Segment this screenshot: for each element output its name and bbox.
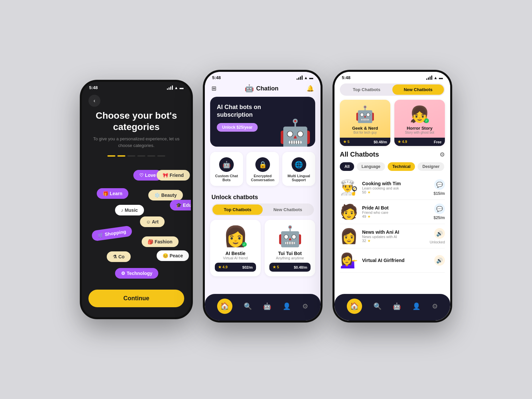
featured-geek-nerd[interactable]: 🤖 Geek & Nerd Bot for tech guy ★ 5 $0.48…: [340, 100, 390, 146]
cooking-count: 50: [362, 190, 366, 194]
pride-star: ★: [367, 214, 371, 219]
chatbot-tui-tui[interactable]: 🤖 Tui Tui Bot Anything anytime ★ 5 $0.48…: [265, 220, 315, 276]
news-avatar: 👩: [340, 227, 358, 245]
cooking-chat-icon: 💬: [434, 179, 445, 190]
app-name: Chation: [256, 85, 279, 92]
dot-1: [107, 155, 115, 157]
horror-avatar: 👧 ✓: [410, 105, 430, 124]
hero-banner: AI Chat bots on subscription Unlock $25/…: [210, 97, 315, 147]
nav-bots-2[interactable]: 🤖: [263, 302, 271, 310]
time-2: 5:48: [212, 75, 221, 80]
bot-item-girlfriend[interactable]: 💁‍♀️ Virtual AI Girlfriend 🔊: [340, 248, 445, 273]
phone-3: 5:48 ▲ ▬ Top Chatbots New Chatbots: [332, 70, 452, 323]
geek-nerd-price: $0.48/m: [374, 140, 387, 144]
horror-desc: Story with ghost bot: [405, 131, 434, 134]
filter-icon[interactable]: ⚙: [440, 151, 445, 158]
p3-tab-top[interactable]: Top Chatbots: [341, 84, 392, 95]
cat-friend[interactable]: 🎀 Friend: [157, 170, 190, 181]
nav-profile-3[interactable]: 👤: [412, 302, 421, 310]
cat-co[interactable]: ⚗ Co: [107, 251, 131, 262]
nav-search-2[interactable]: 🔍: [244, 302, 252, 310]
cat-art[interactable]: ☺ Art: [140, 216, 165, 227]
cat-learn[interactable]: 🎁 Learn: [97, 188, 128, 199]
nav-settings-2[interactable]: ⚙: [302, 302, 308, 310]
chatbot-ai-bestie[interactable]: 👩 ✓ AI Bestie Virtual AI friend ★ 4.9 $0…: [210, 220, 261, 276]
news-speaker-icon: 🔊: [434, 228, 445, 239]
cooking-right: 💬 $15/m: [434, 179, 445, 196]
chatbots-tabs: Top Chatbots New Chatbots: [211, 203, 314, 216]
geek-nerd-avatar: 🤖: [355, 105, 375, 124]
tui-tui-price: $0.48/m: [294, 265, 307, 269]
p1-content: Choose your bot's categories To give you…: [82, 110, 191, 157]
tab-new-chatbots[interactable]: New Chatbots: [263, 204, 313, 215]
signal-2: [297, 75, 303, 80]
bot-item-pride[interactable]: 🧑 Pride AI Bot Friend who care 49 ★ 💬 $2…: [340, 200, 445, 224]
nav-settings-3[interactable]: ⚙: [432, 302, 438, 310]
chatbots-grid: 👩 ✓ AI Bestie Virtual AI friend ★ 4.9 $0…: [205, 220, 321, 276]
ai-bestie-rating: ★ 4.9: [218, 265, 227, 269]
nav-search-3[interactable]: 🔍: [373, 302, 382, 310]
cat-shopping[interactable]: 🛒 Shopping: [91, 225, 133, 242]
ai-bestie-price: $02/m: [242, 265, 253, 269]
news-desc: News updates with AI: [362, 235, 426, 239]
featured-horror[interactable]: 👧 ✓ Horror Story Story with ghost bot ★ …: [394, 100, 445, 146]
dot-6: [157, 155, 165, 157]
cooking-info: Cooking with Tim Learn cooking and ask 5…: [362, 181, 430, 195]
multilingual-icon: 🌐: [292, 157, 306, 172]
wifi-icon: ▲: [174, 85, 178, 90]
cat-education[interactable]: 🎓 Education: [170, 200, 191, 210]
cat-fashion[interactable]: 🎒 Fashion: [142, 236, 179, 247]
bot-item-news[interactable]: 👩 News with Ani AI News updates with AI …: [340, 224, 445, 248]
bell-icon[interactable]: 🔔: [307, 85, 314, 92]
battery-icon: ▬: [180, 85, 184, 90]
tui-tui-desc: Anything anytime: [269, 256, 311, 260]
nav-bots-3[interactable]: 🤖: [393, 302, 401, 310]
phone-3-screen: 5:48 ▲ ▬ Top Chatbots New Chatbots: [334, 72, 450, 321]
tab-top-chatbots[interactable]: Top Chatbots: [212, 204, 263, 215]
phone-2-screen: 5:48 ▲ ▬ ⊞ 🤖: [205, 72, 321, 321]
progress-indicator: [88, 155, 184, 157]
geek-nerd-top: 🤖 Geek & Nerd Bot for tech guy: [340, 100, 390, 138]
nav-profile-2[interactable]: 👤: [283, 302, 291, 310]
back-button[interactable]: ‹: [88, 95, 100, 107]
grid-icon[interactable]: ⊞: [211, 85, 216, 92]
hero-robot-icon: 🤖: [279, 120, 312, 147]
app-header: ⊞ 🤖 Chation 🔔: [205, 81, 321, 97]
unlock-button[interactable]: Unlock $25/year: [217, 123, 258, 132]
girlfriend-right: 🔊: [434, 255, 445, 266]
cooking-desc: Learn cooking and ask: [362, 186, 430, 190]
news-info: News with Ani AI News updates with AI 32…: [362, 229, 426, 243]
filter-technical[interactable]: Technical: [388, 162, 415, 171]
cat-peace[interactable]: 😊 Peace: [157, 250, 189, 261]
cat-music[interactable]: ♪ Music: [115, 205, 144, 215]
bot-item-cooking[interactable]: 👨‍🍳 Cooking with Tim Learn cooking and a…: [340, 176, 445, 200]
continue-button[interactable]: Continue: [88, 290, 184, 307]
pride-meta: 49 ★: [362, 214, 430, 219]
bar4-2: [302, 75, 303, 80]
page-title-1: Choose your bot's categories: [88, 110, 184, 132]
status-bar-1: 5:48 ▲ ▬: [82, 82, 191, 91]
cat-beauty[interactable]: ❄️ Beauty: [148, 190, 183, 200]
nav-home-2[interactable]: 🏠: [217, 299, 232, 314]
nav-home-3[interactable]: 🏠: [347, 299, 362, 314]
bar4: [172, 85, 173, 90]
news-meta: 32 ★: [362, 239, 426, 243]
signal-3: [426, 75, 432, 80]
p3-tabs: Top Chatbots New Chatbots: [340, 83, 445, 96]
status-icons-2: ▲ ▬: [297, 75, 313, 80]
filter-designer[interactable]: Designer: [418, 162, 444, 171]
cooking-avatar: 👨‍🍳: [340, 179, 358, 196]
p3-tab-new[interactable]: New Chatbots: [392, 84, 444, 95]
horror-verified: ✓: [424, 118, 429, 123]
pride-info: Pride AI Bot Friend who care 49 ★: [362, 205, 430, 219]
horror-top: 👧 ✓ Horror Story Story with ghost bot: [394, 100, 445, 138]
all-bots-header: All Chatbots ⚙: [340, 151, 445, 158]
multilingual-label: Multi Lingual Support: [286, 174, 312, 182]
phone-1-screen: 5:48 ▲ ▬ ‹ Choose your bot's categories: [82, 82, 191, 317]
filter-all[interactable]: All: [340, 162, 354, 171]
pride-desc: Friend who care: [362, 210, 430, 214]
phone-2: 5:48 ▲ ▬ ⊞ 🤖: [203, 70, 323, 323]
signal-1: [167, 85, 173, 90]
cat-technology[interactable]: ⚙ Technology: [115, 268, 158, 279]
filter-language[interactable]: Language: [357, 162, 385, 171]
